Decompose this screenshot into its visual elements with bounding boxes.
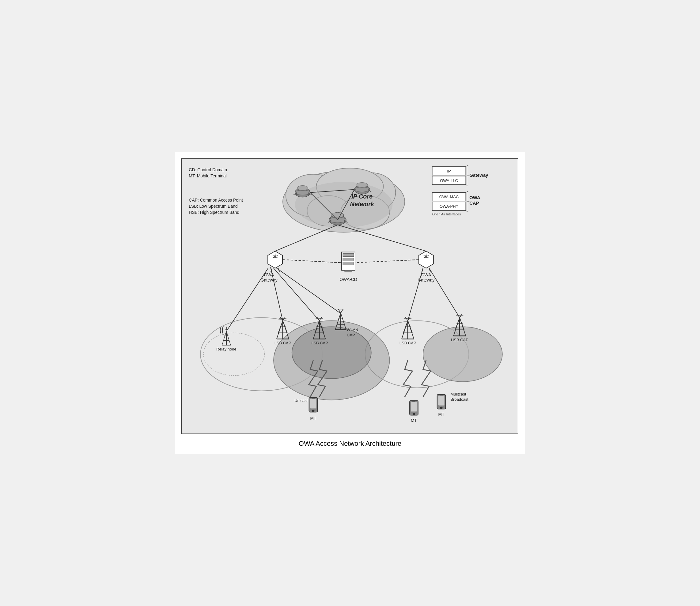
legend-lsb: LSB: Low Spectrum Band — [189, 204, 237, 209]
svg-point-41 — [331, 212, 344, 218]
svg-rect-150 — [411, 402, 417, 412]
ip-core-label2: Network — [350, 201, 374, 207]
legend-cd: CD: Control Domain — [189, 167, 227, 172]
owa-cap-label2: CAP — [469, 201, 479, 206]
broadcast-label: Broadcast — [450, 397, 468, 402]
open-air-label: Open Air Interfaces — [432, 212, 461, 216]
svg-text:OWA-MAC: OWA-MAC — [439, 194, 458, 199]
mt-right — [437, 395, 445, 409]
legend-hsb: HSB: High Spectrum Band — [189, 210, 239, 215]
svg-point-147 — [312, 410, 314, 412]
svg-point-155 — [440, 406, 442, 409]
svg-point-75 — [291, 327, 371, 379]
svg-point-26 — [295, 190, 310, 195]
mt-mid-label: MT — [411, 418, 417, 423]
legend-cap: CAP: Common Access Point — [189, 197, 243, 203]
mt-left-label: MT — [310, 416, 317, 421]
svg-point-77 — [423, 327, 502, 382]
svg-text:OWA-LLC: OWA-LLC — [440, 178, 458, 183]
svg-text:OWA-PHY: OWA-PHY — [439, 204, 458, 209]
svg-text:IP: IP — [447, 169, 451, 173]
svg-point-60 — [425, 256, 427, 258]
page-container: CD: Control Domain MT: Mobile Terminal C… — [175, 152, 525, 454]
svg-rect-67 — [345, 270, 352, 272]
wlan-cap-label: WLAN — [347, 327, 358, 332]
svg-point-27 — [297, 186, 308, 191]
svg-rect-66 — [343, 262, 354, 265]
diagram-caption: OWA Access Network Architecture — [181, 440, 519, 448]
relay-node-label: Relay node — [216, 347, 236, 351]
hsb-cap-right-label: HSB CAP — [451, 337, 468, 342]
owa-cap-label: OWA — [469, 195, 480, 200]
svg-rect-146 — [310, 399, 316, 409]
lsb-cap-left-label: LSB CAP — [274, 341, 291, 345]
svg-rect-154 — [438, 396, 444, 405]
gateway-label: Gateway — [469, 172, 488, 178]
owa-cd-server — [342, 252, 355, 272]
owa-gw-right-label1: OWA — [421, 272, 431, 277]
mt-mid — [410, 400, 418, 415]
svg-point-151 — [413, 413, 415, 415]
multicast-label: Mulitcast — [450, 392, 466, 396]
hsb-cap-label: HSB CAP — [311, 341, 328, 345]
lsb-cap-right-label: LSB CAP — [399, 341, 416, 345]
svg-rect-64 — [343, 254, 354, 257]
legend-mt: MT: Mobile Terminal — [189, 173, 227, 178]
svg-point-33 — [354, 187, 370, 192]
owa-gw-left-label2: Gateway — [260, 278, 277, 282]
svg-point-53 — [274, 256, 276, 258]
mt-left — [309, 398, 318, 412]
svg-point-34 — [356, 183, 367, 187]
mt-right-label: MT — [438, 412, 444, 417]
unicast-label: Unicast — [295, 398, 308, 403]
diagram-border: CD: Control Domain MT: Mobile Terminal C… — [181, 158, 518, 434]
owa-cd-label: OWA-CD — [340, 277, 357, 282]
wlan-cap-label2: CAP — [347, 333, 355, 337]
svg-rect-65 — [343, 258, 354, 261]
